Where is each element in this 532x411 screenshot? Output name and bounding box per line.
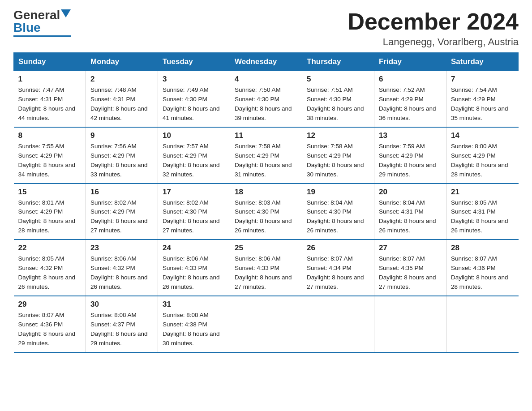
calendar-cell: 11Sunrise: 7:58 AMSunset: 4:29 PMDayligh… <box>230 127 302 184</box>
day-info: Sunrise: 8:01 AMSunset: 4:29 PMDaylight:… <box>18 198 82 236</box>
day-info: Sunrise: 7:56 AMSunset: 4:29 PMDaylight:… <box>90 142 153 180</box>
day-info: Sunrise: 8:02 AMSunset: 4:30 PMDaylight:… <box>163 198 225 236</box>
header-row: SundayMondayTuesdayWednesdayThursdayFrid… <box>14 53 519 71</box>
day-number: 16 <box>90 188 153 197</box>
calendar-cell: 1Sunrise: 7:47 AMSunset: 4:31 PMDaylight… <box>14 71 86 127</box>
calendar-cell: 6Sunrise: 7:52 AMSunset: 4:29 PMDaylight… <box>374 71 446 127</box>
day-number: 18 <box>235 188 297 197</box>
calendar-cell: 3Sunrise: 7:49 AMSunset: 4:30 PMDaylight… <box>158 71 230 127</box>
day-number: 10 <box>163 131 225 140</box>
day-number: 24 <box>163 244 225 253</box>
page-header: General Blue December 2024 Langenegg, Vo… <box>13 9 519 48</box>
calendar-cell: 30Sunrise: 8:08 AMSunset: 4:37 PMDayligh… <box>86 296 158 352</box>
day-info: Sunrise: 8:07 AMSunset: 4:35 PMDaylight:… <box>379 254 442 292</box>
day-info: Sunrise: 8:05 AMSunset: 4:31 PMDaylight:… <box>451 198 514 236</box>
calendar-table: SundayMondayTuesdayWednesdayThursdayFrid… <box>13 52 519 352</box>
calendar-body: 1Sunrise: 7:47 AMSunset: 4:31 PMDaylight… <box>14 71 519 352</box>
day-info: Sunrise: 8:07 AMSunset: 4:34 PMDaylight:… <box>307 254 369 292</box>
header-day-wednesday: Wednesday <box>230 53 302 71</box>
day-number: 30 <box>90 300 153 309</box>
calendar-cell: 10Sunrise: 7:57 AMSunset: 4:29 PMDayligh… <box>158 127 230 184</box>
header-day-thursday: Thursday <box>302 53 374 71</box>
day-number: 3 <box>163 75 225 84</box>
calendar-cell: 27Sunrise: 8:07 AMSunset: 4:35 PMDayligh… <box>374 240 446 296</box>
svg-marker-0 <box>61 9 71 17</box>
day-info: Sunrise: 8:04 AMSunset: 4:31 PMDaylight:… <box>379 198 442 236</box>
day-number: 29 <box>18 300 82 309</box>
day-number: 12 <box>307 131 369 140</box>
logo-triangle-icon <box>61 9 71 19</box>
day-number: 22 <box>18 244 82 253</box>
day-number: 6 <box>379 75 442 84</box>
calendar-cell: 12Sunrise: 7:58 AMSunset: 4:29 PMDayligh… <box>302 127 374 184</box>
calendar-cell: 29Sunrise: 8:07 AMSunset: 4:36 PMDayligh… <box>14 296 86 352</box>
calendar-cell: 16Sunrise: 8:02 AMSunset: 4:29 PMDayligh… <box>86 184 158 240</box>
day-info: Sunrise: 8:07 AMSunset: 4:36 PMDaylight:… <box>451 254 514 292</box>
calendar-cell: 20Sunrise: 8:04 AMSunset: 4:31 PMDayligh… <box>374 184 446 240</box>
day-info: Sunrise: 7:59 AMSunset: 4:29 PMDaylight:… <box>379 142 442 180</box>
day-info: Sunrise: 7:57 AMSunset: 4:29 PMDaylight:… <box>163 142 225 180</box>
day-info: Sunrise: 7:58 AMSunset: 4:29 PMDaylight:… <box>307 142 369 180</box>
day-info: Sunrise: 8:06 AMSunset: 4:33 PMDaylight:… <box>163 254 225 292</box>
day-info: Sunrise: 7:54 AMSunset: 4:29 PMDaylight:… <box>451 86 514 123</box>
logo-blue-text: Blue <box>13 21 41 34</box>
calendar-cell: 8Sunrise: 7:55 AMSunset: 4:29 PMDaylight… <box>14 127 86 184</box>
day-info: Sunrise: 7:50 AMSunset: 4:30 PMDaylight:… <box>235 86 297 123</box>
header-day-sunday: Sunday <box>14 53 86 71</box>
logo-underline <box>13 35 71 37</box>
day-info: Sunrise: 7:58 AMSunset: 4:29 PMDaylight:… <box>235 142 297 180</box>
calendar-cell: 2Sunrise: 7:48 AMSunset: 4:31 PMDaylight… <box>86 71 158 127</box>
header-day-friday: Friday <box>374 53 446 71</box>
calendar-cell: 25Sunrise: 8:06 AMSunset: 4:33 PMDayligh… <box>230 240 302 296</box>
day-number: 20 <box>379 188 442 197</box>
day-number: 27 <box>379 244 442 253</box>
calendar-cell: 24Sunrise: 8:06 AMSunset: 4:33 PMDayligh… <box>158 240 230 296</box>
day-number: 19 <box>307 188 369 197</box>
calendar-cell <box>302 296 374 352</box>
header-day-saturday: Saturday <box>446 53 519 71</box>
day-info: Sunrise: 8:04 AMSunset: 4:30 PMDaylight:… <box>307 198 369 236</box>
day-number: 14 <box>451 131 514 140</box>
calendar-week-1: 1Sunrise: 7:47 AMSunset: 4:31 PMDaylight… <box>14 71 519 127</box>
day-info: Sunrise: 8:07 AMSunset: 4:36 PMDaylight:… <box>18 311 82 348</box>
month-title: December 2024 <box>348 9 519 34</box>
day-number: 9 <box>90 131 153 140</box>
day-number: 28 <box>451 244 514 253</box>
day-info: Sunrise: 8:00 AMSunset: 4:29 PMDaylight:… <box>451 142 514 180</box>
calendar-cell: 17Sunrise: 8:02 AMSunset: 4:30 PMDayligh… <box>158 184 230 240</box>
day-number: 17 <box>163 188 225 197</box>
title-block: December 2024 Langenegg, Vorarlberg, Aus… <box>348 9 519 48</box>
calendar-cell: 18Sunrise: 8:03 AMSunset: 4:30 PMDayligh… <box>230 184 302 240</box>
day-number: 5 <box>307 75 369 84</box>
day-number: 13 <box>379 131 442 140</box>
logo-general-text: General <box>13 9 60 21</box>
calendar-week-2: 8Sunrise: 7:55 AMSunset: 4:29 PMDaylight… <box>14 127 519 184</box>
calendar-cell <box>230 296 302 352</box>
calendar-cell: 26Sunrise: 8:07 AMSunset: 4:34 PMDayligh… <box>302 240 374 296</box>
day-info: Sunrise: 8:08 AMSunset: 4:38 PMDaylight:… <box>163 311 225 348</box>
day-number: 4 <box>235 75 297 84</box>
day-number: 15 <box>18 188 82 197</box>
day-number: 25 <box>235 244 297 253</box>
day-info: Sunrise: 7:55 AMSunset: 4:29 PMDaylight:… <box>18 142 82 180</box>
calendar-cell: 21Sunrise: 8:05 AMSunset: 4:31 PMDayligh… <box>446 184 519 240</box>
day-info: Sunrise: 8:08 AMSunset: 4:37 PMDaylight:… <box>90 311 153 348</box>
day-number: 1 <box>18 75 82 84</box>
calendar-week-4: 22Sunrise: 8:05 AMSunset: 4:32 PMDayligh… <box>14 240 519 296</box>
day-info: Sunrise: 7:51 AMSunset: 4:30 PMDaylight:… <box>307 86 369 123</box>
calendar-cell: 7Sunrise: 7:54 AMSunset: 4:29 PMDaylight… <box>446 71 519 127</box>
calendar-cell: 22Sunrise: 8:05 AMSunset: 4:32 PMDayligh… <box>14 240 86 296</box>
calendar-cell: 5Sunrise: 7:51 AMSunset: 4:30 PMDaylight… <box>302 71 374 127</box>
calendar-cell: 14Sunrise: 8:00 AMSunset: 4:29 PMDayligh… <box>446 127 519 184</box>
calendar-cell: 15Sunrise: 8:01 AMSunset: 4:29 PMDayligh… <box>14 184 86 240</box>
calendar-cell: 13Sunrise: 7:59 AMSunset: 4:29 PMDayligh… <box>374 127 446 184</box>
day-number: 11 <box>235 131 297 140</box>
day-number: 23 <box>90 244 153 253</box>
calendar-cell: 19Sunrise: 8:04 AMSunset: 4:30 PMDayligh… <box>302 184 374 240</box>
day-info: Sunrise: 8:05 AMSunset: 4:32 PMDaylight:… <box>18 254 82 292</box>
day-info: Sunrise: 8:06 AMSunset: 4:33 PMDaylight:… <box>235 254 297 292</box>
calendar-cell: 4Sunrise: 7:50 AMSunset: 4:30 PMDaylight… <box>230 71 302 127</box>
day-info: Sunrise: 7:47 AMSunset: 4:31 PMDaylight:… <box>18 86 82 123</box>
calendar-header: SundayMondayTuesdayWednesdayThursdayFrid… <box>14 53 519 71</box>
day-info: Sunrise: 7:49 AMSunset: 4:30 PMDaylight:… <box>163 86 225 123</box>
